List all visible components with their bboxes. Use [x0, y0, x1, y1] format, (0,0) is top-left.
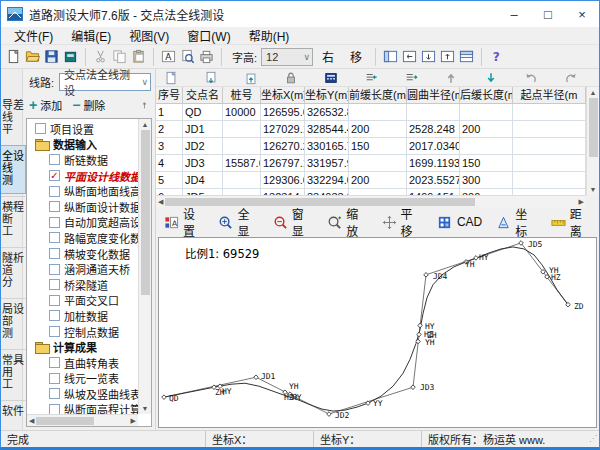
- resize-grip[interactable]: ⋰: [589, 431, 599, 447]
- table-cell[interactable]: 150: [349, 138, 407, 155]
- scroll-down-icon[interactable]: ▼: [588, 184, 599, 195]
- sidebar-tab-导线平差[interactable]: 导线平差: [0, 94, 26, 143]
- tree-item[interactable]: 平面交叉口: [31, 293, 138, 309]
- undo-icon[interactable]: [522, 69, 539, 86]
- tree-item[interactable]: 自动加宽超高设计: [31, 215, 138, 231]
- append-row-icon[interactable]: [402, 69, 419, 86]
- win-arrow-up-icon[interactable]: [439, 48, 456, 65]
- table-cell[interactable]: 330165.76: [305, 138, 349, 155]
- table-cell[interactable]: [513, 121, 586, 138]
- lock-icon[interactable]: [282, 69, 299, 86]
- alignment-plot[interactable]: 比例1: 69529QDZHHYJD1YHHZHYJD2YYJD3HYHZZHY…: [159, 238, 596, 427]
- table-cell[interactable]: 126270.29: [261, 138, 305, 155]
- tree-item[interactable]: 涵洞通道天桥: [31, 261, 138, 277]
- menu-item-2[interactable]: 视图(V): [120, 26, 178, 45]
- checkbox-icon[interactable]: ✓: [49, 170, 60, 181]
- checkbox-icon[interactable]: [49, 310, 60, 321]
- checkbox-icon[interactable]: [49, 295, 60, 306]
- table-cell[interactable]: 200: [349, 121, 407, 138]
- tree-item[interactable]: 控制点数据: [31, 324, 138, 340]
- table-cell[interactable]: 4: [156, 155, 183, 172]
- maximize-button[interactable]: □: [531, 1, 565, 27]
- table-cell[interactable]: 332294.00: [305, 172, 349, 189]
- tree-item[interactable]: 纵断面地面线高程: [31, 183, 138, 199]
- table-cell[interactable]: [349, 104, 407, 121]
- checkbox-icon[interactable]: [49, 248, 60, 259]
- table-cell[interactable]: 126595.62: [261, 104, 305, 121]
- export-down-icon[interactable]: [202, 69, 219, 86]
- tree-item[interactable]: 断链数据: [31, 152, 138, 168]
- table-cell[interactable]: [407, 104, 460, 121]
- table-cell[interactable]: 1699.1193: [407, 155, 460, 172]
- close-button[interactable]: ×: [565, 1, 599, 27]
- open-folder-icon[interactable]: [24, 48, 41, 65]
- text-button-1[interactable]: 移: [343, 47, 369, 66]
- font-size-combobox[interactable]: 12∨: [261, 48, 313, 66]
- checkbox-icon[interactable]: [49, 373, 60, 384]
- table-cell[interactable]: 150: [460, 155, 513, 172]
- checkbox-icon[interactable]: [49, 264, 60, 275]
- table-cell[interactable]: 5: [156, 172, 183, 189]
- plot-tool-窗显[interactable]: 窗显: [273, 205, 313, 239]
- table-cell[interactable]: 126797.13: [261, 155, 305, 172]
- win-arrow-down-icon[interactable]: [420, 48, 437, 65]
- scrollbar-thumb[interactable]: [141, 130, 150, 295]
- menu-item-3[interactable]: 窗口(W): [178, 26, 239, 45]
- checkbox-icon[interactable]: [49, 217, 60, 228]
- tree-item[interactable]: 计算成果: [31, 339, 138, 355]
- scroll-up-icon[interactable]: ▲: [140, 119, 151, 130]
- scroll-left-icon[interactable]: ◀: [27, 415, 36, 427]
- table-cell[interactable]: 129306.67: [261, 172, 305, 189]
- tree-item[interactable]: 加桩数据: [31, 308, 138, 324]
- print-icon[interactable]: [198, 48, 215, 65]
- pin-button[interactable]: [136, 97, 153, 114]
- checkbox-icon[interactable]: [35, 123, 46, 134]
- checkbox-icon[interactable]: [49, 154, 60, 165]
- table-cell[interactable]: JD3: [183, 155, 223, 172]
- checkbox-icon[interactable]: [49, 279, 60, 290]
- table-cell[interactable]: [513, 155, 586, 172]
- tree-item[interactable]: 路幅宽度变化数据: [31, 230, 138, 246]
- tree-item[interactable]: 项目设置: [31, 121, 138, 137]
- table-cell[interactable]: JD4: [183, 172, 223, 189]
- plot-tool-设置[interactable]: A设置: [164, 205, 204, 239]
- checkbox-icon[interactable]: [49, 357, 60, 368]
- win-split-left-icon[interactable]: [382, 48, 399, 65]
- table-cell[interactable]: [223, 172, 261, 189]
- table-cell[interactable]: 127029.19: [261, 121, 305, 138]
- checkbox-icon[interactable]: [49, 388, 60, 399]
- scrollbar-thumb[interactable]: [165, 198, 475, 206]
- redo-icon[interactable]: [562, 69, 579, 86]
- checkbox-icon[interactable]: [49, 404, 60, 414]
- paste-icon[interactable]: [130, 48, 147, 65]
- checkbox-icon[interactable]: [49, 232, 60, 243]
- table-cell[interactable]: [460, 104, 513, 121]
- table-cell[interactable]: 300: [460, 172, 513, 189]
- tree-item[interactable]: ✓平面设计线数据: [31, 168, 138, 184]
- plot-tool-CAD[interactable]: CAD: [436, 214, 482, 231]
- table-cell[interactable]: [223, 121, 261, 138]
- sidebar-tab-横断工程[interactable]: 横断工程: [0, 196, 26, 245]
- sidebar-tab-软件[interactable]: 软件: [0, 400, 26, 429]
- tree-item[interactable]: 纵断面设计数据: [31, 199, 138, 215]
- minimize-button[interactable]: –: [497, 1, 531, 27]
- table-cell[interactable]: 2023.5527: [407, 172, 460, 189]
- export-up-icon[interactable]: [242, 69, 259, 86]
- plot-tool-距离[interactable]: 距离: [551, 205, 591, 239]
- plot-tool-平移[interactable]: 平移: [382, 205, 422, 239]
- tree-item[interactable]: 纵坡及竖曲线表: [31, 386, 138, 402]
- tree-item[interactable]: 直曲转角表: [31, 355, 138, 371]
- tree-item[interactable]: 数据输入: [31, 137, 138, 153]
- table-cell[interactable]: [513, 104, 586, 121]
- win-split-h-icon[interactable]: [458, 48, 475, 65]
- plot-tool-坐标[interactable]: 坐标: [496, 205, 536, 239]
- tree-item[interactable]: 线元一览表: [31, 371, 138, 387]
- table-cell[interactable]: [223, 138, 261, 155]
- win-arrow-left-icon[interactable]: [401, 48, 418, 65]
- checkbox-icon[interactable]: [49, 201, 60, 212]
- table-cell[interactable]: 328544.44: [305, 121, 349, 138]
- new-file-icon[interactable]: [5, 48, 22, 65]
- move-up-icon[interactable]: [442, 69, 459, 86]
- table-cell[interactable]: 1: [156, 104, 183, 121]
- table-cell[interactable]: 200: [349, 172, 407, 189]
